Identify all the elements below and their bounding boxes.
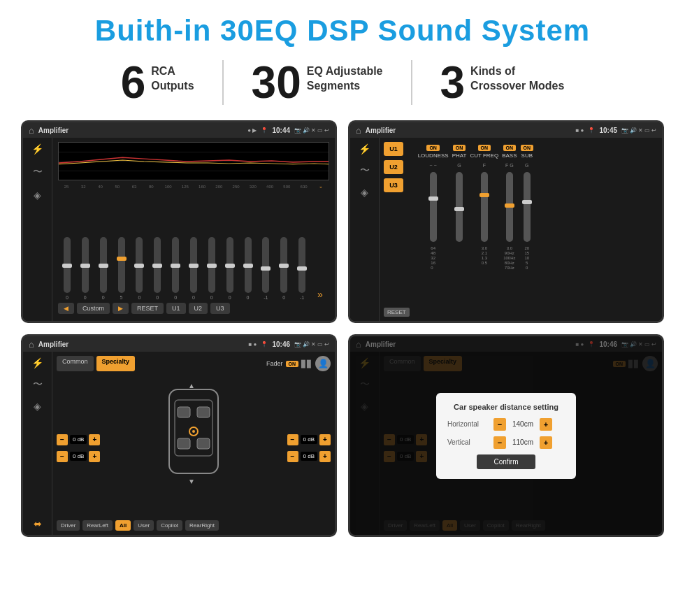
home-icon-1[interactable]: ⌂ (29, 125, 34, 136)
eq-filter-icon[interactable]: ⚡ (31, 143, 43, 155)
fader-arrows-icon[interactable]: ⬌ (34, 518, 42, 529)
eq-slider-1[interactable]: 0 (59, 237, 75, 300)
channel-loudness: ON LOUDNESS ~ ~ 64 48 (418, 145, 449, 270)
person-icon[interactable]: 👤 (315, 356, 331, 371)
stat-eq-label: EQ AdjustableSegments (307, 60, 383, 94)
vol-rl-minus[interactable]: − (57, 451, 68, 462)
vol-fl-plus[interactable]: + (89, 434, 100, 445)
vol-rl-plus[interactable]: + (89, 451, 100, 462)
eq-slider-4[interactable]: 5 (114, 237, 129, 300)
btn-rearleft[interactable]: RearLeft (82, 520, 113, 531)
vol-fr-plus[interactable]: + (319, 434, 331, 445)
vertical-plus-btn[interactable]: + (540, 436, 552, 449)
svg-rect-6 (197, 407, 210, 417)
btn-driver[interactable]: Driver (57, 520, 80, 531)
eq-slider-13[interactable]: 0 (276, 237, 291, 300)
vol-rr-plus[interactable]: + (319, 451, 331, 462)
dot-icon-2: ■ ● (576, 127, 584, 134)
stat-crossover: 3 Kinds ofCrossover Modes (412, 60, 593, 105)
btn-all[interactable]: All (115, 520, 131, 531)
eq-slider-6[interactable]: 0 (150, 237, 165, 300)
eq-u1-btn[interactable]: U1 (166, 303, 186, 314)
sub-slider[interactable] (524, 172, 531, 242)
horizontal-plus-btn[interactable]: + (540, 418, 552, 431)
amp2-main-area: U1 U2 U3 RESET ON LOUDNE (380, 138, 662, 321)
eq-u2-btn[interactable]: U2 (189, 303, 208, 314)
eq-slider-2[interactable]: 0 (78, 237, 93, 300)
fader-speaker-icon[interactable]: ◈ (34, 401, 41, 412)
pin-icon-3: 📍 (261, 341, 268, 348)
eq-slider-12[interactable]: -1 (258, 237, 273, 300)
btn-copilot[interactable]: Copilot (157, 520, 182, 531)
eq-slider-8[interactable]: 0 (186, 237, 201, 300)
vol-control-rl: − 0 dB + (57, 451, 100, 462)
eq-custom-btn[interactable]: Custom (77, 303, 110, 314)
channel-sub: ON SUB G 20 15 10 5 (521, 145, 534, 270)
bass-on[interactable]: ON (503, 145, 517, 151)
amp2-reset-btn[interactable]: RESET (384, 308, 410, 317)
eq-reset-btn[interactable]: RESET (131, 303, 164, 314)
dialog-title: Car speaker distance setting (447, 403, 565, 411)
eq-slider-9[interactable]: 0 (204, 237, 219, 300)
eq-prev-btn[interactable]: ◀ (58, 303, 74, 314)
preset-u1[interactable]: U1 (384, 142, 403, 156)
eq-slider-7[interactable]: 0 (168, 237, 183, 300)
eq-val-8: 0 (192, 295, 195, 300)
loudness-label: LOUDNESS (418, 152, 449, 159)
horizontal-minus-btn[interactable]: − (493, 418, 506, 431)
eq-u3-btn[interactable]: U3 (210, 303, 230, 314)
home-icon-3[interactable]: ⌂ (29, 339, 34, 350)
phat-on[interactable]: ON (453, 145, 466, 151)
vol-rr-value: 0 dB (301, 452, 317, 461)
fader-wave-icon[interactable]: 〜 (33, 378, 43, 391)
tab-common[interactable]: Common (57, 356, 94, 371)
eq-slider-3[interactable]: 0 (96, 237, 111, 300)
cutfreq-slider[interactable] (481, 172, 488, 242)
amp2-speaker-icon[interactable]: ◈ (361, 187, 368, 198)
bass-slider[interactable] (506, 172, 513, 242)
dialog-confirm-button[interactable]: Confirm (477, 454, 535, 469)
back-icon-3[interactable]: ↩ (324, 341, 329, 348)
vertical-minus-btn[interactable]: − (493, 436, 506, 449)
preset-buttons: U1 U2 U3 RESET (384, 142, 410, 317)
loudness-on[interactable]: ON (426, 145, 440, 151)
camera-icon-1: 📷 (294, 127, 301, 134)
home-icon-2[interactable]: ⌂ (356, 125, 361, 136)
cutfreq-on[interactable]: ON (478, 145, 491, 151)
svg-point-10 (192, 430, 195, 433)
eq-slider-10[interactable]: 0 (222, 237, 238, 300)
fader-filter-icon[interactable]: ⚡ (31, 357, 43, 368)
vol-fl-minus[interactable]: − (57, 434, 68, 445)
eq-speaker-icon[interactable]: ◈ (34, 189, 41, 201)
fader-tabs: Common Specialty Fader ON ▊▊ 👤 (57, 356, 331, 371)
preset-u3[interactable]: U3 (384, 178, 403, 192)
btn-rearright[interactable]: RearRight (185, 520, 219, 531)
page-title: Buith-in 30EQ DSP Sound System (21, 14, 664, 48)
vol-control-fr: − 0 dB + (287, 434, 331, 445)
amp2-wave-icon[interactable]: 〜 (360, 164, 370, 177)
eq-slider-11[interactable]: 0 (240, 237, 256, 300)
eq-slider-5[interactable]: 0 (131, 237, 147, 300)
eq-val-5: 0 (138, 295, 140, 300)
vol-rr-minus[interactable]: − (287, 451, 298, 462)
cutfreq-label: CUT FREQ (470, 152, 498, 159)
phat-slider[interactable] (456, 172, 463, 242)
status-icons-2: 📷 🔊 ✕ ▭ ↩ (621, 127, 656, 134)
sub-on[interactable]: ON (521, 145, 534, 151)
vol-control-rr: − 0 dB + (287, 451, 331, 462)
eq-next-btn[interactable]: ▶ (113, 303, 129, 314)
horizontal-value: 140cm (509, 420, 537, 428)
eq-slider-14[interactable]: -1 (294, 237, 310, 300)
btn-user[interactable]: User (134, 520, 154, 531)
tab-specialty[interactable]: Specialty (96, 356, 136, 371)
loudness-slider[interactable] (430, 172, 437, 242)
back-icon-2[interactable]: ↩ (651, 127, 656, 134)
vol-fr-value: 0 dB (301, 435, 317, 444)
fader-screenshot: ⌂ Amplifier ■ ● 📍 10:46 📷 🔊 ✕ ▭ ↩ ⚡ 〜 ◈ (21, 334, 337, 537)
fader-on-badge[interactable]: ON (286, 361, 299, 367)
amp2-filter-icon[interactable]: ⚡ (359, 143, 370, 155)
preset-u2[interactable]: U2 (384, 160, 403, 174)
back-icon-1[interactable]: ↩ (324, 127, 329, 134)
eq-wave-icon[interactable]: 〜 (33, 166, 43, 178)
vol-fr-minus[interactable]: − (287, 434, 298, 445)
